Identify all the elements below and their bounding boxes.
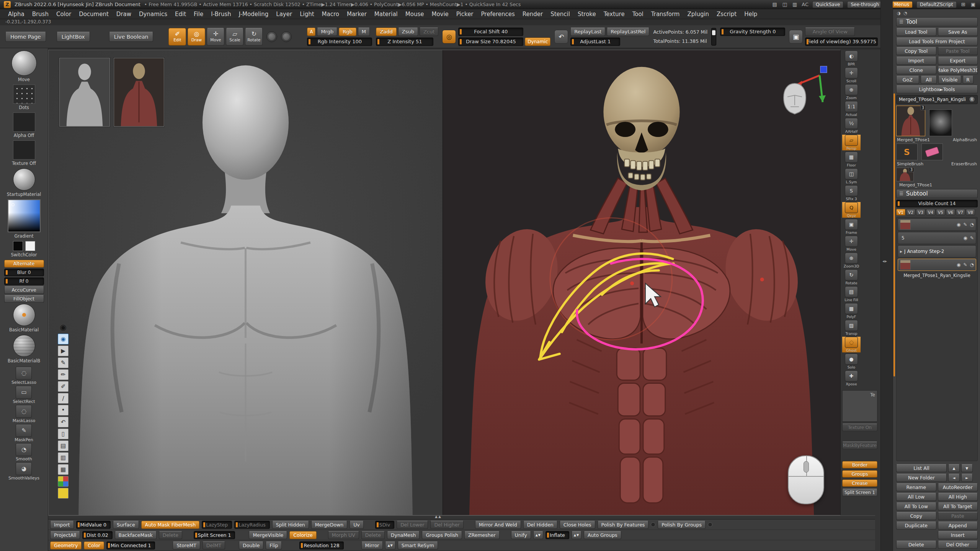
- menu-item[interactable]: Marker: [343, 10, 370, 18]
- current-tool-thumbnail[interactable]: 3: [896, 106, 925, 136]
- mirror-arrows[interactable]: ▲▼: [385, 541, 395, 549]
- color-swatch-a[interactable]: A: [307, 28, 315, 36]
- subtool-tab-v6[interactable]: V6: [946, 209, 955, 215]
- menu-item[interactable]: Layer: [273, 10, 296, 18]
- menu-item[interactable]: Picker: [453, 10, 477, 18]
- goz-button[interactable]: GoZ: [896, 76, 919, 84]
- menu-item[interactable]: Brush: [29, 10, 52, 18]
- split-hidden-button[interactable]: Split Hidden: [272, 521, 309, 529]
- menu-item[interactable]: Zplugin: [684, 10, 712, 18]
- surface-button[interactable]: Surface: [113, 521, 139, 529]
- mask-lasso-brush[interactable]: ◌MaskLasso: [13, 405, 35, 423]
- trash-button[interactable]: ▯: [58, 429, 69, 439]
- delete-subtool-button[interactable]: Delete: [896, 541, 936, 549]
- menu-item[interactable]: Texture: [600, 10, 628, 18]
- eye-icon[interactable]: ◉: [963, 235, 967, 241]
- zremesher-button[interactable]: ZRemesher: [464, 531, 500, 539]
- append-button[interactable]: Append: [938, 522, 978, 530]
- move-3d-button[interactable]: ✛Move: [842, 236, 861, 251]
- resolution-slider[interactable]: Resolution 128: [299, 541, 343, 549]
- thumbnail-muscle-model[interactable]: [114, 58, 164, 127]
- scale-mode-button[interactable]: ▱Scale: [226, 28, 243, 46]
- copy-tool-button[interactable]: Copy Tool: [896, 47, 936, 55]
- m-button[interactable]: M: [358, 28, 370, 36]
- quicksave-button[interactable]: QuickSave: [812, 1, 843, 8]
- replay-icon[interactable]: ↶: [554, 30, 568, 44]
- fill-object-button[interactable]: FillObject: [4, 295, 44, 303]
- smooth-valleys-brush[interactable]: ◕SmoothValleys: [8, 462, 39, 481]
- gravity-strength-slider[interactable]: Gravity Strength 0: [720, 28, 785, 36]
- dynamesh-button[interactable]: DynaMesh: [387, 531, 420, 539]
- auto-mask-fibermesh-button[interactable]: Auto Mask FiberMesh: [141, 521, 200, 529]
- menu-item[interactable]: Render: [519, 10, 546, 18]
- dot-tool-button[interactable]: •: [58, 405, 69, 416]
- all-to-target-button[interactable]: All To Target: [938, 502, 978, 510]
- menu-item[interactable]: Macro: [318, 10, 343, 18]
- delete-button[interactable]: Delete: [159, 531, 182, 539]
- lazyradius-slider[interactable]: LazyRadius: [234, 521, 270, 529]
- sdiv-slider[interactable]: SDiv: [375, 521, 394, 529]
- live-boolean-button[interactable]: Live Boolean: [109, 32, 154, 42]
- unify-button[interactable]: Unify: [511, 531, 531, 539]
- polish-by-features-button[interactable]: Polish By Features: [598, 521, 649, 529]
- camera-icon[interactable]: ▣: [789, 30, 803, 44]
- split-screen-slider[interactable]: Split Screen 1: [194, 531, 235, 539]
- subtool-tab-v7[interactable]: V7: [956, 209, 965, 215]
- polish-features-toggle[interactable]: [651, 522, 655, 527]
- subtool-tab-v2[interactable]: V2: [906, 209, 915, 215]
- pen-tool-button[interactable]: ✎: [58, 357, 69, 368]
- basic-material-thumbnail[interactable]: [13, 304, 35, 326]
- replay-last-button[interactable]: ReplayLast: [570, 28, 605, 36]
- menu-item[interactable]: J-Modeling: [235, 10, 272, 18]
- mergedown-button[interactable]: MergeDown: [311, 521, 347, 529]
- import-button[interactable]: Import: [50, 521, 74, 529]
- rgb-button[interactable]: Rgb: [339, 28, 356, 36]
- secondary-color-swatch[interactable]: [25, 241, 35, 251]
- menu-item[interactable]: Document: [75, 10, 112, 18]
- all-to-low-button[interactable]: All To Low: [896, 502, 936, 510]
- del-lower-button[interactable]: Del Lower: [397, 521, 428, 529]
- pencil-tool-button[interactable]: ✐: [58, 381, 69, 392]
- transp-button[interactable]: ▨Transp: [842, 320, 861, 336]
- rename-button[interactable]: Rename: [896, 483, 936, 491]
- double-button[interactable]: Double: [239, 541, 263, 549]
- menu-item[interactable]: Preferences: [478, 10, 518, 18]
- edit-mode-button[interactable]: ✐Edit: [168, 28, 186, 46]
- folder-right-button[interactable]: ►: [961, 474, 973, 482]
- zsub-button[interactable]: Zsub: [398, 28, 418, 36]
- tool-palette-header[interactable]: ☰ Tool: [896, 17, 978, 26]
- texture-on-button[interactable]: Texture On: [842, 424, 877, 431]
- mrgb-button[interactable]: Mrgb: [317, 28, 337, 36]
- thumbnail-gray-model[interactable]: [59, 58, 110, 127]
- polyframe-button[interactable]: ▩PolyF: [842, 303, 861, 319]
- dist-slider[interactable]: Dist 0.02: [82, 531, 112, 539]
- collapse-arrows-icon[interactable]: ▲▲: [435, 515, 442, 518]
- smooth-brush[interactable]: ◔Smooth: [16, 443, 32, 461]
- all-low-button[interactable]: All Low: [896, 493, 936, 501]
- field-of-view-slider[interactable]: Field of view(deg) 39.59775: [805, 37, 878, 46]
- export-tool-button[interactable]: Export: [938, 57, 978, 65]
- blur-slider[interactable]: Blur 0: [4, 269, 44, 276]
- eye-icon[interactable]: ◉: [957, 262, 960, 267]
- alternate-button[interactable]: Alternate: [4, 260, 44, 267]
- menu-item[interactable]: Color: [53, 10, 75, 18]
- subtool-tab-v5[interactable]: V5: [936, 209, 945, 215]
- midvalue-slider[interactable]: MidValue 0: [76, 521, 111, 529]
- menu-item[interactable]: Light: [296, 10, 317, 18]
- replay-last-rel-button[interactable]: ReplayLastRel: [607, 28, 649, 36]
- subtool-palette-header[interactable]: ☰ Subtool: [896, 189, 978, 198]
- subtool-tab-v3[interactable]: V3: [916, 209, 925, 215]
- qxyz-button[interactable]: QQxyz: [842, 202, 861, 218]
- simplebrush-thumbnail[interactable]: S: [896, 143, 918, 160]
- split-screen-button[interactable]: Split Screen 1: [842, 489, 877, 496]
- menu-item[interactable]: Tool: [629, 10, 647, 18]
- visible-count-slider[interactable]: Visible Count 14: [896, 200, 978, 207]
- mirror-button[interactable]: Mirror: [361, 541, 383, 549]
- document-canvas[interactable]: ◉◉▶✎✏✐∕•↶▯▤▥▦: [48, 50, 841, 515]
- cursor-tool-button[interactable]: ▶: [58, 346, 69, 356]
- list-all-button[interactable]: List All: [896, 464, 947, 472]
- menu-item[interactable]: Transform: [648, 10, 683, 18]
- subtool-folder-row[interactable]: ▸ J Anatomy Step-2: [898, 245, 976, 258]
- clipboard-button[interactable]: ▤: [58, 440, 69, 451]
- crease-button[interactable]: Crease: [842, 479, 877, 487]
